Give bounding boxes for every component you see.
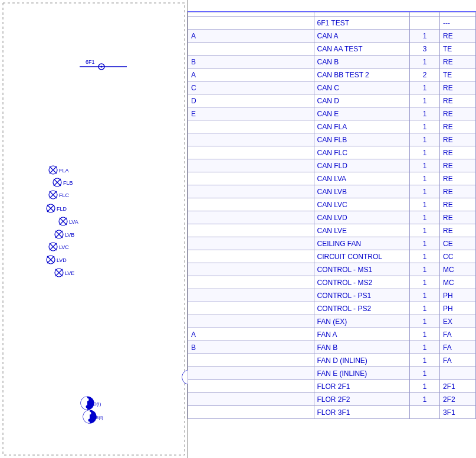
cell-symbol (188, 276, 314, 289)
table-row[interactable]: CAN LVC 1 RE (188, 198, 476, 211)
cell-qty: 1 (410, 289, 440, 302)
cell-qty: 1 (410, 315, 440, 328)
table-row[interactable]: E CAN E 1 RE (188, 107, 476, 120)
table-row[interactable]: CAN LVD 1 RE (188, 211, 476, 224)
table-row[interactable]: A CAN A 1 RE (188, 30, 476, 42)
cell-name: FLOR 3F1 (314, 406, 410, 419)
table-row[interactable]: CIRCUIT CONTROL 1 CC (188, 250, 476, 263)
cell-extra: 3F1 (439, 406, 475, 419)
cell-extra: RE (439, 81, 475, 94)
svg-text:D(I): D(I) (93, 401, 101, 407)
table-row[interactable]: FAN D (INLINE) 1 FA (188, 354, 476, 367)
cell-symbol (188, 289, 314, 302)
cell-qty: 2 (410, 68, 440, 81)
cell-symbol (188, 198, 314, 211)
table-row[interactable]: CAN FLC 1 RE (188, 146, 476, 159)
table-row[interactable]: B FAN B 1 FA (188, 341, 476, 354)
svg-text:FLC: FLC (59, 192, 70, 198)
cell-name: FLOR 2F1 (314, 380, 410, 393)
cell-name: CAN FLB (314, 133, 410, 146)
svg-point-90 (88, 419, 91, 422)
cell-extra: TE (439, 68, 475, 81)
table-row[interactable]: FLOR 2F2 1 2F2 (188, 393, 476, 406)
cell-extra: TE (439, 42, 475, 55)
table-row[interactable]: FAN (EX) 1 EX (188, 315, 476, 328)
table-row[interactable]: FAN E (INLINE) 1 (188, 367, 476, 380)
main-container: 6F1 A B A C D (0, 0, 476, 458)
cell-name: FAN (EX) (314, 315, 410, 328)
table-row[interactable]: CAN FLB 1 RE (188, 133, 476, 146)
table-row[interactable]: CONTROL - PS1 1 PH (188, 289, 476, 302)
cell-qty: 1 (410, 354, 440, 367)
cell-name: CAN LVE (314, 224, 410, 237)
cell-extra: --- (439, 17, 475, 30)
cell-extra: RE (439, 30, 475, 42)
cell-name: CIRCUIT CONTROL (314, 250, 410, 263)
cell-name: 6F1 TEST (314, 17, 410, 30)
table-row[interactable]: FLOR 3F1 3F1 (188, 406, 476, 419)
cell-name: CAN LVD (314, 211, 410, 224)
table-row[interactable]: B CAN B 1 RE (188, 55, 476, 68)
cell-extra: PH (439, 289, 475, 302)
cell-symbol (188, 237, 314, 250)
table-row[interactable]: FLOR 2F1 1 2F1 (188, 380, 476, 393)
cell-name: CONTROL - PS1 (314, 289, 410, 302)
cell-symbol: A (188, 30, 314, 42)
title-bar (188, 0, 476, 12)
cell-qty: 1 (410, 107, 440, 120)
table-container[interactable]: 6F1 TEST --- A CAN A 1 RE CAN AA TEST 3 … (188, 12, 476, 458)
cell-name: CEILING FAN (314, 237, 410, 250)
cell-extra: RE (439, 94, 475, 107)
cell-symbol (188, 133, 314, 146)
cell-qty: 1 (410, 237, 440, 250)
cell-symbol (188, 302, 314, 315)
cell-name: CAN E (314, 107, 410, 120)
table-row[interactable]: A FAN A 1 FA (188, 328, 476, 341)
cell-symbol (188, 367, 314, 380)
cell-qty: 1 (410, 81, 440, 94)
table-row[interactable]: CEILING FAN 1 CE (188, 237, 476, 250)
cell-extra: CC (439, 250, 475, 263)
cell-extra: RE (439, 120, 475, 133)
table-row[interactable]: CONTROL - MS1 1 MC (188, 263, 476, 276)
table-row[interactable]: A CAN BB TEST 2 2 TE (188, 68, 476, 81)
cell-name: CAN FLA (314, 120, 410, 133)
cell-extra: RE (439, 198, 475, 211)
cell-symbol: C (188, 81, 314, 94)
cell-extra: FA (439, 328, 475, 341)
cell-name: CONTROL - PS2 (314, 302, 410, 315)
cell-qty: 1 (410, 263, 440, 276)
cell-extra: RE (439, 55, 475, 68)
cell-extra: RE (439, 159, 475, 172)
cell-extra: RE (439, 224, 475, 237)
cell-extra: PH (439, 302, 475, 315)
svg-text:LVA: LVA (69, 219, 78, 225)
cell-extra: CE (439, 237, 475, 250)
table-row[interactable]: CAN AA TEST 3 TE (188, 42, 476, 55)
table-row[interactable]: CAN LVE 1 RE (188, 224, 476, 237)
table-row[interactable]: D CAN D 1 RE (188, 94, 476, 107)
cell-name: CAN LVB (314, 185, 410, 198)
svg-point-3 (101, 66, 103, 68)
table-row[interactable]: CONTROL - MS2 1 MC (188, 276, 476, 289)
table-row[interactable]: 6F1 TEST --- (188, 17, 476, 30)
table-row[interactable]: CAN FLD 1 RE (188, 159, 476, 172)
table-row[interactable]: CONTROL - PS2 1 PH (188, 302, 476, 315)
cell-qty: 1 (410, 393, 440, 406)
cell-symbol: E (188, 107, 314, 120)
svg-point-89 (88, 412, 91, 415)
table-row[interactable]: CAN FLA 1 RE (188, 120, 476, 133)
svg-text:LVE: LVE (65, 270, 74, 276)
cell-symbol (188, 393, 314, 406)
svg-text:E(I): E(I) (96, 415, 103, 420)
table-row[interactable]: C CAN C 1 RE (188, 81, 476, 94)
schematic-svg: 6F1 A B A C D (0, 0, 188, 458)
svg-text:FLA: FLA (59, 168, 69, 174)
cell-extra: FA (439, 341, 475, 354)
table-row[interactable]: CAN LVB 1 RE (188, 185, 476, 198)
table-row[interactable]: CAN LVA 1 RE (188, 172, 476, 185)
cell-qty: 1 (410, 328, 440, 341)
cell-extra: RE (439, 146, 475, 159)
cell-qty: 1 (410, 198, 440, 211)
cell-symbol (188, 406, 314, 419)
